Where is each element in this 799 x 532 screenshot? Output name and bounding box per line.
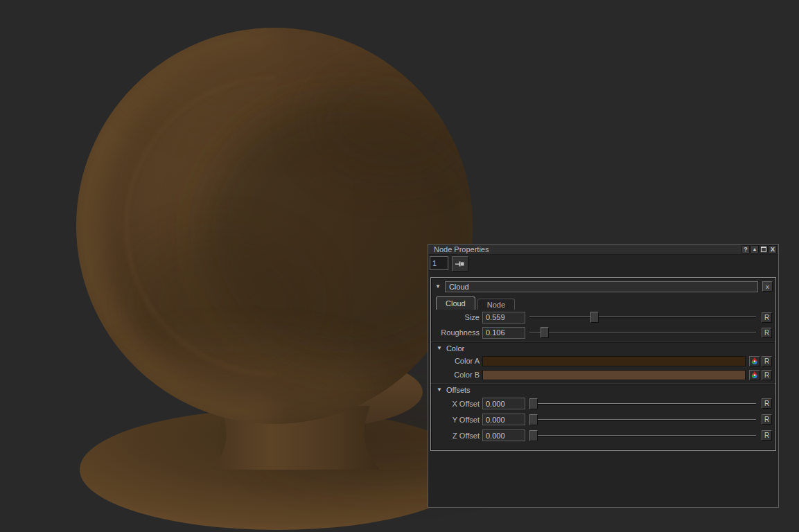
size-reset-button[interactable]: R: [762, 312, 772, 323]
remove-node-button[interactable]: x: [762, 281, 773, 292]
tab-node-label: Node: [487, 301, 505, 309]
node-properties-panel: Node Properties ? ▲ X ▼ Cloud: [428, 244, 779, 508]
tab-cloud-label: Cloud: [446, 299, 466, 308]
z-offset-slider[interactable]: [529, 429, 756, 442]
size-slider-handle[interactable]: [590, 312, 599, 323]
tab-cloud[interactable]: Cloud: [436, 296, 475, 310]
roughness-label: Roughness: [431, 328, 480, 337]
param-row-y-offset: Y Offset R: [431, 411, 775, 427]
color-section-title: Color: [446, 344, 464, 353]
y-offset-slider[interactable]: [529, 414, 756, 426]
color-b-row: Color B R: [431, 368, 775, 382]
z-offset-label: Z Offset: [431, 432, 480, 440]
x-offset-label: X Offset: [431, 400, 480, 408]
cloud-node-group: ▼ Cloud x Cloud Node Size R: [430, 277, 776, 451]
titlebar-buttons: ? ▲ X: [741, 245, 777, 254]
param-row-roughness: Roughness R: [431, 325, 775, 340]
roughness-slider-handle[interactable]: [541, 327, 549, 338]
roughness-input[interactable]: [482, 327, 525, 339]
pin-icon: [455, 260, 465, 267]
color-b-swatch[interactable]: [482, 370, 746, 380]
maximize-icon: ▲: [753, 246, 757, 253]
y-offset-slider-track[interactable]: [529, 419, 756, 420]
collapse-node-icon[interactable]: ▼: [435, 284, 441, 290]
z-offset-reset-button[interactable]: R: [762, 430, 772, 441]
reset-label: R: [764, 416, 769, 423]
z-offset-slider-handle[interactable]: [529, 430, 538, 441]
x-offset-reset-button[interactable]: R: [762, 398, 772, 409]
x-offset-slider-track[interactable]: [529, 403, 756, 404]
color-b-label: Color B: [431, 371, 480, 379]
node-name-field[interactable]: Cloud: [445, 281, 758, 292]
restore-icon: [761, 247, 766, 252]
color-a-row: Color A R: [431, 354, 775, 368]
tab-node[interactable]: Node: [477, 299, 515, 310]
rgb-picker-icon: [750, 371, 759, 379]
node-index-input[interactable]: [430, 256, 448, 270]
offsets-block: ▼ Offsets X Offset R Y Offset R: [431, 384, 775, 443]
panel-titlebar[interactable]: Node Properties ? ▲ X: [428, 245, 778, 255]
x-offset-slider-handle[interactable]: [529, 398, 538, 409]
maximize-button[interactable]: ▲: [750, 245, 759, 254]
panel-title: Node Properties: [434, 245, 489, 254]
node-tabs: Cloud Node: [436, 296, 775, 310]
reset-label: R: [764, 371, 769, 379]
x-offset-slider[interactable]: [529, 398, 756, 410]
close-button[interactable]: X: [769, 245, 777, 254]
param-row-x-offset: X Offset R: [431, 396, 775, 411]
collapse-color-icon[interactable]: ▼: [437, 346, 442, 351]
help-button[interactable]: ?: [741, 245, 750, 254]
y-offset-slider-handle[interactable]: [529, 414, 538, 425]
restore-button[interactable]: [760, 245, 768, 254]
color-a-swatch[interactable]: [482, 356, 746, 366]
color-section-header[interactable]: ▼ Color: [431, 342, 775, 354]
param-row-size: Size R: [431, 310, 775, 325]
close-icon: X: [771, 246, 775, 253]
offsets-section-header[interactable]: ▼ Offsets: [431, 384, 775, 396]
reset-label: R: [764, 314, 769, 321]
reset-label: R: [764, 329, 769, 337]
rgb-picker-icon: [750, 357, 759, 365]
roughness-reset-button[interactable]: R: [762, 328, 772, 338]
y-offset-reset-button[interactable]: R: [762, 414, 772, 425]
roughness-slider[interactable]: [529, 326, 756, 339]
x-offset-input[interactable]: [482, 398, 525, 409]
color-a-reset-button[interactable]: R: [762, 356, 772, 366]
pin-node-button[interactable]: [452, 256, 468, 272]
reset-label: R: [764, 432, 769, 439]
help-icon: ?: [744, 246, 748, 253]
reset-label: R: [764, 400, 769, 407]
node-index-row: [428, 255, 778, 272]
color-a-label: Color A: [431, 357, 480, 365]
y-offset-input[interactable]: [482, 414, 525, 425]
size-label: Size: [431, 313, 480, 321]
color-b-reset-button[interactable]: R: [762, 370, 772, 380]
remove-node-icon: x: [766, 283, 769, 290]
size-slider-track[interactable]: [529, 317, 756, 317]
size-input[interactable]: [482, 312, 525, 323]
z-offset-input[interactable]: [482, 429, 525, 441]
z-offset-slider-track[interactable]: [529, 435, 756, 436]
collapse-offsets-icon[interactable]: ▼: [437, 387, 442, 393]
node-header-row: ▼ Cloud x: [431, 280, 775, 293]
color-a-picker-button[interactable]: [749, 356, 760, 366]
reset-label: R: [764, 357, 769, 365]
color-b-picker-button[interactable]: [749, 370, 760, 380]
roughness-slider-track[interactable]: [529, 332, 756, 332]
offsets-section-title: Offsets: [446, 386, 471, 394]
y-offset-label: Y Offset: [431, 416, 480, 424]
node-name: Cloud: [449, 283, 469, 291]
size-slider[interactable]: [529, 311, 756, 323]
param-row-z-offset: Z Offset R: [431, 427, 775, 443]
